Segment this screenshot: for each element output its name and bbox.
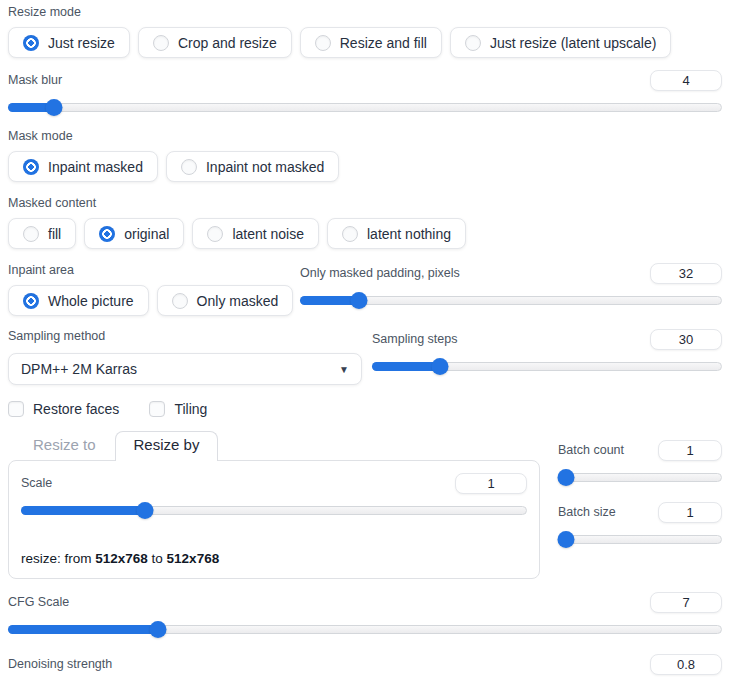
radio-label: latent nothing	[367, 226, 451, 242]
radio-latent-nothing[interactable]: latent nothing	[327, 218, 466, 249]
radio-only-masked[interactable]: Only masked	[157, 285, 294, 316]
slider-track	[558, 535, 722, 544]
radio-icon	[23, 293, 39, 309]
sampling-method-dropdown[interactable]: DPM++ 2M Karras ▼	[8, 353, 362, 385]
checkbox-icon	[8, 401, 24, 417]
radio-inpaint-not-masked[interactable]: Inpaint not masked	[166, 151, 339, 182]
tab-resize-by[interactable]: Resize by	[115, 431, 219, 461]
only-masked-padding-label: Only masked padding, pixels	[300, 266, 460, 281]
cfg-scale-input[interactable]	[650, 592, 722, 613]
radio-icon	[23, 226, 39, 242]
radio-icon	[207, 226, 223, 242]
tiling-label: Tiling	[174, 401, 207, 417]
radio-just-resize-latent-upscale[interactable]: Just resize (latent upscale)	[450, 27, 672, 58]
radio-label: Resize and fill	[340, 35, 427, 51]
radio-label: Whole picture	[48, 293, 134, 309]
scale-label: Scale	[21, 476, 52, 491]
inpaint-area-radio-group: Whole picture Only masked	[8, 285, 300, 316]
radio-label: Just resize (latent upscale)	[490, 35, 657, 51]
tiling-checkbox[interactable]: Tiling	[149, 401, 207, 417]
denoising-strength-input[interactable]	[650, 654, 722, 675]
batch-size-slider[interactable]	[558, 531, 722, 547]
resize-mode-label: Resize mode	[8, 5, 722, 20]
slider-thumb[interactable]	[558, 469, 575, 486]
radio-original[interactable]: original	[84, 218, 184, 249]
scale-slider[interactable]	[21, 502, 527, 518]
restore-faces-checkbox[interactable]: Restore faces	[8, 401, 119, 417]
batch-count-slider[interactable]	[558, 469, 722, 485]
restore-faces-label: Restore faces	[33, 401, 119, 417]
radio-icon	[172, 293, 188, 309]
radio-icon	[99, 226, 115, 242]
mask-mode-label: Mask mode	[8, 129, 722, 144]
batch-count-label: Batch count	[558, 443, 624, 458]
sampling-steps-label: Sampling steps	[372, 332, 457, 347]
inpaint-area-label: Inpaint area	[8, 263, 300, 278]
radio-label: Inpaint not masked	[206, 159, 324, 175]
checkbox-icon	[149, 401, 165, 417]
radio-label: Just resize	[48, 35, 115, 51]
batch-size-input[interactable]	[658, 502, 722, 523]
radio-inpaint-masked[interactable]: Inpaint masked	[8, 151, 158, 182]
masked-content-label: Masked content	[8, 196, 722, 211]
resize-tabs: Resize to Resize by	[14, 431, 540, 460]
sampling-steps-slider[interactable]	[372, 358, 722, 374]
radio-latent-noise[interactable]: latent noise	[192, 218, 319, 249]
radio-whole-picture[interactable]: Whole picture	[8, 285, 149, 316]
radio-icon	[153, 35, 169, 51]
masked-content-radio-group: fill original latent noise latent nothin…	[8, 218, 722, 249]
radio-label: latent noise	[232, 226, 304, 242]
radio-label: Only masked	[197, 293, 279, 309]
scale-input[interactable]	[455, 473, 527, 494]
sampling-steps-input[interactable]	[650, 329, 722, 350]
inpaint-settings-panel: Resize mode Just resize Crop and resize …	[0, 0, 740, 679]
mask-blur-slider[interactable]	[8, 99, 722, 115]
radio-icon	[181, 159, 197, 175]
batch-count-input[interactable]	[658, 440, 722, 461]
radio-label: Inpaint masked	[48, 159, 143, 175]
radio-icon	[465, 35, 481, 51]
slider-thumb[interactable]	[136, 502, 153, 519]
batch-size-label: Batch size	[558, 505, 616, 520]
radio-just-resize[interactable]: Just resize	[8, 27, 130, 58]
sampling-method-value: DPM++ 2M Karras	[21, 361, 137, 377]
radio-resize-and-fill[interactable]: Resize and fill	[300, 27, 442, 58]
resize-from-size: 512x768	[95, 551, 148, 566]
radio-fill[interactable]: fill	[8, 218, 76, 249]
only-masked-padding-slider[interactable]	[300, 292, 722, 308]
slider-fill	[8, 625, 158, 634]
slider-track	[558, 473, 722, 482]
mask-blur-input[interactable]	[650, 70, 722, 91]
only-masked-padding-input[interactable]	[650, 263, 722, 284]
slider-thumb[interactable]	[351, 292, 368, 309]
slider-thumb[interactable]	[46, 99, 63, 116]
radio-label: fill	[48, 226, 61, 242]
radio-label: original	[124, 226, 169, 242]
radio-icon	[315, 35, 331, 51]
resize-by-panel: Scale resize: from 512x768 to 512x768	[8, 460, 540, 579]
resize-to-size: 512x768	[167, 551, 220, 566]
slider-track	[8, 103, 722, 112]
radio-icon	[342, 226, 358, 242]
slider-fill	[21, 506, 145, 515]
mask-blur-label: Mask blur	[8, 73, 62, 88]
sampling-method-label: Sampling method	[8, 329, 362, 344]
slider-thumb[interactable]	[432, 358, 449, 375]
slider-thumb[interactable]	[558, 531, 575, 548]
slider-thumb[interactable]	[149, 621, 166, 638]
resize-info-text: resize: from 512x768 to 512x768	[21, 551, 527, 566]
radio-icon	[23, 159, 39, 175]
radio-label: Crop and resize	[178, 35, 277, 51]
cfg-scale-slider[interactable]	[8, 621, 722, 637]
radio-crop-and-resize[interactable]: Crop and resize	[138, 27, 292, 58]
tab-resize-to[interactable]: Resize to	[14, 431, 115, 460]
slider-fill	[372, 362, 440, 371]
denoising-strength-label: Denoising strength	[8, 657, 112, 672]
chevron-down-icon: ▼	[339, 364, 349, 375]
cfg-scale-label: CFG Scale	[8, 595, 69, 610]
radio-icon	[23, 35, 39, 51]
resize-mode-radio-group: Just resize Crop and resize Resize and f…	[8, 27, 722, 58]
mask-mode-radio-group: Inpaint masked Inpaint not masked	[8, 151, 722, 182]
